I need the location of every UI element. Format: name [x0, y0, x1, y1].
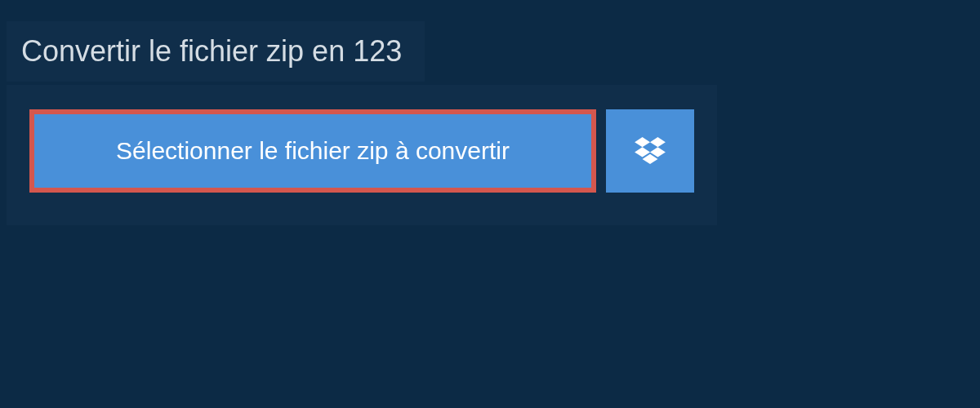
svg-marker-1: [650, 137, 666, 147]
upload-panel: Sélectionner le fichier zip à convertir: [7, 85, 717, 225]
button-row: Sélectionner le fichier zip à convertir: [29, 109, 694, 193]
dropbox-icon: [635, 137, 666, 165]
svg-marker-0: [635, 137, 650, 147]
dropbox-button[interactable]: [606, 109, 694, 193]
page-title: Convertir le fichier zip en 123: [21, 34, 402, 69]
header-tab: Convertir le fichier zip en 123: [7, 21, 425, 82]
select-file-label: Sélectionner le fichier zip à convertir: [116, 137, 510, 165]
select-file-button[interactable]: Sélectionner le fichier zip à convertir: [29, 109, 596, 193]
